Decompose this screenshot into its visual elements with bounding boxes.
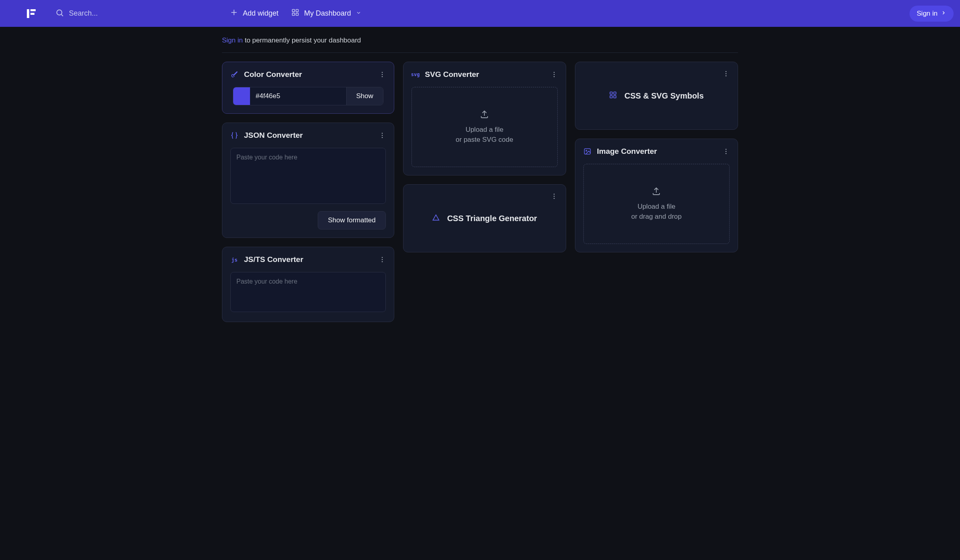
triangle-icon: [432, 214, 440, 224]
svg-point-29: [726, 75, 727, 77]
image-converter-widget: Image Converter Upload a file or d: [575, 139, 738, 252]
app-logo[interactable]: [23, 6, 39, 22]
svg-rect-10: [296, 13, 298, 16]
svg-point-15: [381, 135, 383, 136]
svg-point-37: [726, 151, 727, 152]
css-triangle-link[interactable]: CSS Triangle Generator: [432, 214, 537, 224]
widget-title: CSS Triangle Generator: [447, 214, 537, 223]
svg-point-18: [381, 259, 383, 260]
svg-point-25: [553, 196, 555, 197]
widget-title: SVG Converter: [425, 70, 545, 79]
svg-rect-9: [292, 13, 295, 16]
widget-title: Color Converter: [244, 70, 373, 79]
widget-title: JSON Converter: [244, 131, 373, 140]
color-converter-widget: Color Converter Show: [222, 62, 394, 114]
json-converter-widget: JSON Converter Show formatted: [222, 123, 394, 238]
chevron-right-icon: [941, 10, 946, 18]
svg-point-35: [586, 150, 587, 151]
widget-title: CSS & SVG Symbols: [624, 91, 704, 101]
json-input[interactable]: [230, 148, 386, 204]
svg-point-36: [726, 149, 727, 150]
jsts-input[interactable]: [230, 272, 386, 312]
search-container: [55, 8, 208, 19]
svg-point-3: [57, 10, 62, 15]
css-svg-symbols-link[interactable]: CSS & SVG Symbols: [609, 91, 704, 101]
dropzone-line2: or drag and drop: [631, 212, 682, 222]
svg-point-11: [381, 72, 383, 73]
add-widget-label: Add widget: [243, 9, 278, 18]
svg-rect-31: [614, 92, 616, 94]
svg-rect-0: [27, 9, 29, 18]
widget-title: Image Converter: [597, 147, 717, 156]
svg-point-16: [381, 137, 383, 138]
my-dashboard-button[interactable]: My Dashboard: [285, 4, 368, 22]
svg-dropzone[interactable]: Upload a file or paste SVG code: [411, 87, 558, 167]
svg-line-4: [61, 14, 63, 16]
chevron-down-icon: [356, 9, 361, 18]
jsts-converter-widget: js JS/TS Converter: [222, 247, 394, 322]
js-icon: js: [230, 257, 238, 263]
sign-in-banner: Sign in to permanently persist your dash…: [222, 27, 738, 53]
grid-icon: [609, 91, 617, 101]
more-icon[interactable]: [551, 71, 558, 78]
more-icon[interactable]: [551, 193, 558, 201]
svg-point-20: [553, 72, 555, 73]
grid-icon: [291, 8, 299, 18]
upload-icon: [651, 186, 661, 197]
color-value-input[interactable]: [250, 87, 346, 105]
svg-point-22: [553, 76, 555, 77]
widget-title: JS/TS Converter: [244, 255, 373, 264]
svg-point-28: [726, 73, 727, 75]
search-icon: [55, 8, 64, 19]
more-icon[interactable]: [722, 148, 730, 155]
app-header: Add widget My Dashboard Sign in: [0, 0, 960, 27]
svg-icon: svg: [411, 72, 419, 77]
svg-point-21: [553, 74, 555, 75]
svg-rect-32: [610, 95, 613, 98]
svg-point-24: [553, 193, 555, 195]
show-formatted-button[interactable]: Show formatted: [318, 211, 385, 230]
show-button[interactable]: Show: [346, 87, 383, 105]
more-icon[interactable]: [379, 71, 386, 78]
image-dropzone[interactable]: Upload a file or drag and drop: [583, 164, 730, 244]
svg-rect-7: [292, 10, 295, 12]
upload-icon: [480, 109, 489, 121]
svg-point-27: [726, 71, 727, 72]
dropzone-line1: Upload a file: [631, 201, 682, 212]
css-svg-symbols-widget: CSS & SVG Symbols: [575, 62, 738, 130]
svg-point-38: [726, 153, 727, 154]
svg-rect-30: [610, 92, 613, 94]
svg-point-14: [381, 133, 383, 134]
svg-point-13: [381, 76, 383, 77]
more-icon[interactable]: [722, 70, 730, 79]
sign-in-label: Sign in: [917, 10, 938, 18]
svg-point-26: [553, 198, 555, 199]
search-input[interactable]: [69, 9, 169, 18]
svg-point-19: [381, 261, 383, 262]
plus-icon: [230, 8, 238, 18]
css-triangle-widget: CSS Triangle Generator: [403, 184, 566, 252]
braces-icon: [230, 131, 238, 139]
banner-suffix: to permanently persist your dashboard: [243, 36, 361, 44]
banner-sign-in-link[interactable]: Sign in: [222, 36, 243, 44]
more-icon[interactable]: [379, 132, 386, 139]
more-icon[interactable]: [379, 256, 386, 263]
color-swatch[interactable]: [233, 87, 250, 105]
sign-in-button[interactable]: Sign in: [910, 6, 954, 22]
add-widget-button[interactable]: Add widget: [224, 4, 285, 22]
brush-icon: [230, 70, 238, 79]
svg-point-12: [381, 74, 383, 75]
image-icon: [583, 147, 591, 156]
svg-rect-1: [30, 9, 36, 11]
svg-point-17: [381, 257, 383, 258]
svg-rect-8: [296, 10, 298, 12]
svg-rect-2: [30, 13, 34, 15]
my-dashboard-label: My Dashboard: [304, 9, 351, 18]
svg-rect-34: [584, 149, 590, 154]
svg-rect-33: [614, 95, 616, 98]
dropzone-line2: or paste SVG code: [456, 135, 513, 145]
dropzone-line1: Upload a file: [456, 125, 513, 135]
svg-converter-widget: svg SVG Converter Upload a file: [403, 62, 566, 175]
